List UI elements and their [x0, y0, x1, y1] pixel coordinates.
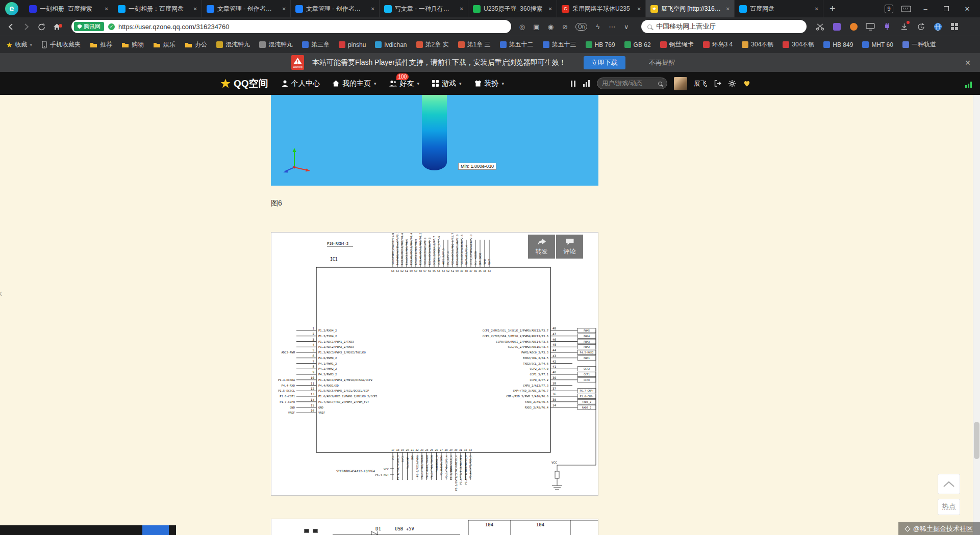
bookmark-item[interactable]: 手机收藏夹: [41, 40, 81, 49]
browser-tab[interactable]: 文章管理 - 创作者中心✕: [291, 0, 380, 17]
bookmark-item[interactable]: 304不锈: [783, 40, 814, 49]
tab-close-icon[interactable]: ✕: [104, 5, 110, 13]
browser-tab[interactable]: 一刻相册_百度搜索✕: [24, 0, 113, 17]
pause-icon[interactable]: [570, 81, 576, 87]
site-badge[interactable]: 腾讯网: [74, 22, 104, 31]
on-toggle[interactable]: On: [575, 23, 587, 31]
comment-button[interactable]: 评论: [556, 235, 583, 259]
tray-icon[interactable]: [304, 529, 309, 533]
refresh-icon[interactable]: [34, 22, 49, 31]
taskbar-active-app[interactable]: [142, 525, 169, 535]
bookmark-item[interactable]: 第1章 三: [458, 40, 491, 49]
bookmark-item[interactable]: 娱乐: [153, 40, 175, 49]
bookmark-item[interactable]: HB 769: [586, 41, 615, 48]
tab-close-icon[interactable]: ✕: [547, 5, 554, 13]
browser-logo[interactable]: e: [5, 2, 18, 15]
tab-close-icon[interactable]: ✕: [370, 5, 376, 13]
bookmark-item[interactable]: MHT 60: [862, 41, 893, 48]
bookmark-item[interactable]: 第三章: [302, 40, 330, 49]
keyboard-icon[interactable]: [901, 5, 911, 13]
tab-close-icon[interactable]: ✕: [725, 5, 731, 13]
browser-sphere-icon[interactable]: [932, 20, 944, 33]
download-flash-button[interactable]: 立即下载: [584, 56, 625, 69]
snapshot-icon[interactable]: ◉: [547, 23, 555, 31]
browser-tab[interactable]: ★展飞空间 [http://316234760]✕: [646, 0, 735, 17]
scrollbar[interactable]: [973, 95, 980, 535]
bookmark-item[interactable]: 推荐: [90, 40, 112, 49]
extension-orange-icon[interactable]: [847, 20, 860, 33]
hot-topics-button[interactable]: 热点: [938, 499, 960, 515]
browser-search-box[interactable]: 中国移动网上营业厅: [641, 20, 807, 33]
close-button[interactable]: ✕: [961, 5, 974, 13]
extension-purple-icon[interactable]: [831, 20, 843, 33]
browser-tab[interactable]: 百度网盘✕: [735, 0, 823, 17]
banner-close-icon[interactable]: ✕: [965, 59, 971, 67]
images-icon[interactable]: ▣: [533, 23, 540, 31]
bookmark-item[interactable]: HB 849: [823, 41, 853, 48]
url-field[interactable]: 腾讯网 ✓ https://user.qzone.qq.com/31623476…: [71, 20, 511, 33]
bookmark-item[interactable]: 购物: [121, 40, 144, 49]
bookmark-item[interactable]: 钢丝绳卡: [660, 40, 694, 49]
more-icon[interactable]: ⋯: [608, 23, 616, 31]
tab-close-icon[interactable]: ✕: [814, 5, 820, 13]
bookmark-item[interactable]: pinshu: [339, 41, 366, 48]
nav-item-friends[interactable]: 好友▾100: [389, 79, 420, 88]
plugin-icon[interactable]: [881, 20, 893, 33]
extension-count-badge[interactable]: 9: [885, 5, 893, 13]
nav-item-home[interactable]: 我的主页▾: [332, 79, 376, 88]
browser-tab[interactable]: C采用网络半球体U235✕: [557, 0, 646, 17]
forward-button[interactable]: 转发: [528, 235, 555, 259]
nav-item-dress[interactable]: 装扮▾: [474, 79, 505, 88]
history-icon[interactable]: [915, 20, 927, 33]
bookmark-item[interactable]: 304不锈: [742, 40, 773, 49]
tray-icon[interactable]: [313, 529, 318, 533]
ad-block-icon[interactable]: ⊘: [561, 23, 569, 31]
back-icon[interactable]: [3, 22, 18, 31]
screen-cast-icon[interactable]: [864, 20, 876, 33]
new-tab-button[interactable]: +: [823, 1, 842, 17]
nav-item-profile[interactable]: 个人中心: [281, 79, 320, 88]
browser-tab[interactable]: 写文章 - 一种具有三点✕: [380, 0, 468, 17]
reader-mode-icon[interactable]: ◎: [518, 23, 526, 31]
scissors-icon[interactable]: [814, 20, 826, 33]
tab-close-icon[interactable]: ✕: [459, 5, 465, 13]
expand-icon[interactable]: ∨: [622, 23, 630, 31]
qzone-search-box[interactable]: 用户/游戏/动态: [597, 78, 667, 89]
download-icon[interactable]: [898, 20, 910, 33]
home-icon[interactable]: [49, 22, 64, 31]
bookmark-item[interactable]: 第五十三: [543, 40, 576, 49]
sidebar-collapse-arrow[interactable]: ‹: [0, 287, 3, 299]
apps-grid-icon[interactable]: [948, 20, 961, 33]
logout-icon[interactable]: [714, 80, 721, 87]
usb-circuit-image[interactable]: 104104D1USB +5V: [271, 519, 598, 535]
bookmark-item[interactable]: 一种轨道: [902, 40, 936, 49]
maximize-button[interactable]: [940, 5, 953, 13]
bookmark-item[interactable]: 第五十二: [500, 40, 534, 49]
tab-close-icon[interactable]: ✕: [192, 5, 198, 13]
dismiss-reminder-link[interactable]: 不再提醒: [649, 58, 675, 67]
simulation-image[interactable]: Min: 1.000e-030: [271, 95, 598, 186]
tab-close-icon[interactable]: ✕: [636, 5, 642, 13]
browser-tab[interactable]: 文章管理 - 创作者中心✕: [202, 0, 291, 17]
quick-launch-icon[interactable]: ϟ: [594, 23, 601, 31]
bookmark-item[interactable]: 混沌钟九: [216, 40, 250, 49]
bookmark-item[interactable]: GB 62: [624, 41, 651, 48]
bookmark-item[interactable]: 混沌钟丸: [259, 40, 293, 49]
schematic-image[interactable]: IC1P10-RXD4-21P1.2/RXD4_22P1.3/TXD4_23P1…: [271, 232, 598, 496]
bookmark-item[interactable]: 环岛3 4: [703, 40, 733, 49]
nav-item-games[interactable]: 游戏▾: [432, 79, 462, 88]
qzone-logo[interactable]: QQ空间: [220, 72, 268, 95]
forward-icon[interactable]: [18, 22, 34, 31]
bookmark-item[interactable]: 第2章 实: [416, 40, 449, 49]
bookmark-item[interactable]: ★收藏▾: [6, 40, 32, 49]
gear-icon[interactable]: [728, 80, 736, 88]
browser-tab[interactable]: U235原子弹_360搜索✕: [468, 0, 557, 17]
bookmark-item[interactable]: lvdichan: [375, 41, 407, 48]
browser-tab[interactable]: 一刻相册：百度网盘✕: [113, 0, 202, 17]
gift-heart-icon[interactable]: [743, 80, 751, 87]
bookmark-item[interactable]: 办公: [185, 40, 207, 49]
music-bars-icon[interactable]: [583, 80, 590, 87]
tab-close-icon[interactable]: ✕: [281, 5, 287, 13]
back-to-top-button[interactable]: [938, 474, 960, 494]
avatar[interactable]: [674, 77, 687, 90]
